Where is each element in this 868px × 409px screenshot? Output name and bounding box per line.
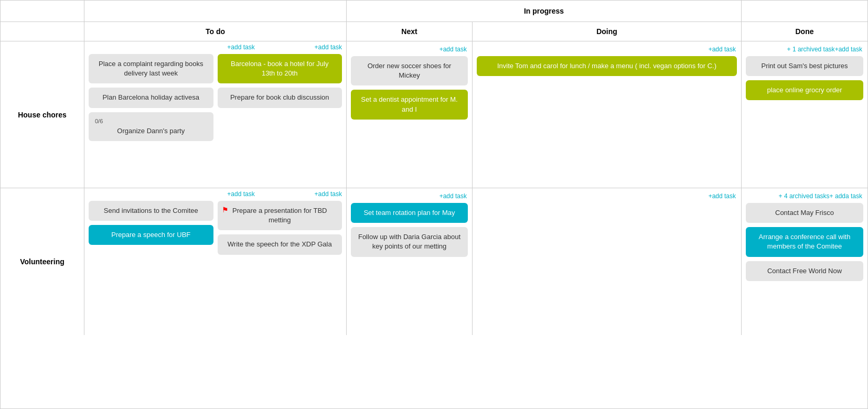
sub-header-next: Next: [347, 22, 473, 41]
todo-add-left-0[interactable]: +add task: [172, 44, 254, 51]
doing-card-0-0[interactable]: Invite Tom and carol for lunch / make a …: [477, 56, 737, 76]
todo-left-card-0-1[interactable]: Plan Barcelona holiday activesa: [89, 88, 213, 107]
row-label-0: House chores: [1, 41, 84, 188]
todo-right-card-0-0[interactable]: Barcelona - book a hotel for July 13th t…: [218, 54, 342, 83]
todo-add-right-1[interactable]: +add task: [259, 190, 342, 198]
done-card-0-0[interactable]: Print out Sam's best pictures: [746, 56, 863, 76]
row-doing-0: +add taskInvite Tom and carol for lunch …: [473, 41, 742, 188]
done-add-0[interactable]: +add task: [835, 46, 862, 53]
top-header-row: In progress: [1, 1, 867, 22]
done-card-1-1[interactable]: Arrange a conference call with members o…: [746, 227, 863, 256]
done-label: Done: [796, 27, 814, 36]
doing-add-1[interactable]: +add task: [477, 190, 737, 202]
kanban-board: In progress To do Next Doing Done House …: [0, 0, 868, 409]
todo-right-card-1-0[interactable]: ⚑Prepare a presentation for TBD metting: [218, 201, 342, 230]
todo-right-card-1-1[interactable]: Write the speech for the XDP Gala: [218, 234, 342, 254]
done-card-1-0[interactable]: Contact May Frisco: [746, 203, 863, 223]
todo-left-card-0-0[interactable]: Place a complaint regarding books delive…: [89, 54, 213, 83]
body-row-0: House chores+add task+add taskPlace a co…: [1, 41, 867, 188]
todo-left-card-0-2[interactable]: 0/6Organize Dann's party: [89, 112, 213, 142]
sub-header-row: To do Next Doing Done: [1, 22, 867, 41]
body-rows: House chores+add task+add taskPlace a co…: [1, 41, 867, 335]
next-card-0-1[interactable]: Set a dentist appointment for M. and I: [351, 90, 468, 119]
top-header-done: [742, 1, 867, 21]
todo-left-card-1-1[interactable]: Prepare a speech for UBF: [89, 225, 213, 245]
next-add-1[interactable]: +add task: [351, 190, 468, 202]
todo-add-right-0[interactable]: +add task: [259, 44, 342, 51]
next-card-1-1[interactable]: Follow up with Daria Garcia about key po…: [351, 227, 468, 256]
done-archived-0[interactable]: + 1 archived task: [787, 46, 835, 53]
top-header-empty: [1, 1, 84, 21]
done-archived-1[interactable]: + 4 archived tasks: [779, 192, 830, 200]
row-done-0: + 1 archived task+add taskPrint out Sam'…: [742, 41, 867, 188]
todo-left-card-1-0[interactable]: Send invitations to the Comitee: [89, 201, 213, 221]
todo-add-left-1[interactable]: +add task: [172, 190, 254, 198]
top-header-todo: [84, 1, 347, 21]
top-header-inprogress: In progress: [347, 1, 742, 21]
row-todo-0: +add task+add taskPlace a complaint rega…: [84, 41, 347, 188]
sub-header-doing: Doing: [473, 22, 742, 41]
done-add-1[interactable]: + adda task: [830, 192, 862, 200]
row-next-0: +add taskOrder new soccer shoes for Mick…: [347, 41, 473, 188]
sub-header-empty: [1, 22, 84, 41]
row-next-1: +add taskSet team rotation plan for MayF…: [347, 188, 473, 335]
doing-label: Doing: [596, 27, 617, 36]
next-card-0-0[interactable]: Order new soccer shoes for Mickey: [351, 56, 468, 85]
inprogress-label: In progress: [524, 7, 564, 15]
body-row-1: Volunteering+add task+add taskSend invit…: [1, 188, 867, 335]
next-card-1-0[interactable]: Set team rotation plan for May: [351, 203, 468, 223]
sub-header-done: Done: [742, 22, 867, 41]
next-label: Next: [401, 27, 417, 36]
doing-add-0[interactable]: +add task: [477, 44, 737, 55]
row-label-1: Volunteering: [1, 188, 84, 335]
row-doing-1: +add task: [473, 188, 742, 335]
todo-label: To do: [206, 27, 225, 36]
sub-header-todo: To do: [84, 22, 347, 41]
todo-right-card-0-1[interactable]: Prepare for book club discussion: [218, 88, 342, 107]
row-todo-1: +add task+add taskSend invitations to th…: [84, 188, 347, 335]
next-add-0[interactable]: +add task: [351, 44, 468, 55]
done-card-1-2[interactable]: Contact Free World Now: [746, 261, 863, 281]
row-done-1: + 4 archived tasks+ adda taskContact May…: [742, 188, 867, 335]
done-card-0-1[interactable]: place online grocry order: [746, 80, 863, 100]
